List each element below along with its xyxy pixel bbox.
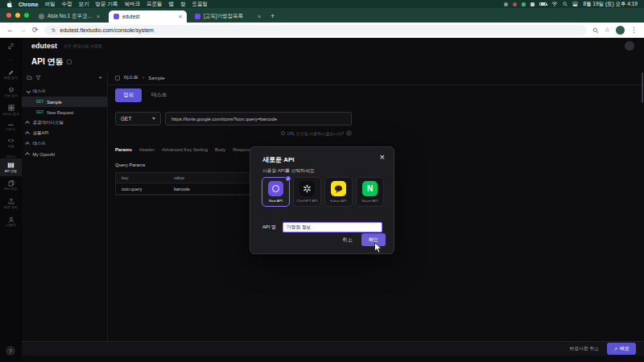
browser-tab-2-active[interactable]: edutest × (109, 10, 187, 23)
cell-key[interactable]: icon.query (116, 187, 168, 191)
deploy-button[interactable]: ↗ 배포 (607, 343, 636, 355)
person-icon (7, 216, 14, 223)
macos-menubar: Chrome 파일 수정 보기 방문 기록 북마크 프로필 탭 창 도움말 8월… (0, 0, 644, 8)
tree-request-sample-selected[interactable]: GET Sample (22, 97, 107, 107)
url-omnibox[interactable]: edutest.flextudio.com/console/system (44, 25, 587, 35)
tab-close-icon[interactable]: × (258, 14, 261, 19)
browser-tabstrip: Asia No.1 로우코드 개발 플랫폼 : × edutest × [교육]… (0, 8, 644, 23)
menubar-item-file[interactable]: 파일 (45, 1, 56, 8)
menubar-item-bookmarks[interactable]: 북마크 (124, 1, 140, 8)
add-api-button[interactable]: + (98, 74, 102, 81)
tab-close-icon[interactable]: × (97, 14, 100, 19)
define-tab-button[interactable]: 정의 (115, 88, 142, 102)
tab-close-icon[interactable]: × (179, 14, 182, 19)
menubar-item-help[interactable]: 도움말 (192, 1, 208, 8)
tab-advanced-key-setting[interactable]: Advanced Key Setting (162, 147, 208, 152)
chevron-up-icon (26, 132, 30, 136)
page-title-info-icon[interactable] (67, 60, 72, 64)
back-button[interactable]: ← (6, 27, 14, 34)
encode-checkbox[interactable] (281, 131, 285, 135)
app-logo[interactable] (0, 38, 22, 53)
method-select[interactable]: GET (115, 112, 161, 125)
site-settings-icon[interactable] (51, 27, 56, 33)
scrollbar-thumb[interactable] (642, 72, 643, 103)
record-dot-icon[interactable] (513, 2, 517, 6)
browser-menu-icon[interactable]: ⋮ (630, 27, 638, 34)
window-zoom-button[interactable] (24, 13, 29, 18)
breadcrumb-root[interactable]: 테스트 (124, 74, 138, 81)
left-rail: ⋯ 화면 정의 기능 정의 데이터 정의 ••• 더보기 <> 개발 (0, 38, 22, 362)
browser-profile-avatar[interactable] (616, 26, 625, 35)
control-center-icon[interactable] (572, 2, 578, 6)
request-url-input[interactable] (165, 112, 352, 125)
rail-item-user[interactable]: 사용자 (0, 212, 22, 230)
menubar-item-tab[interactable]: 탭 (168, 1, 174, 8)
tree-group-public-data[interactable]: 공공데이터포털 (22, 117, 107, 128)
request-tabs: Params Header Advanced Key Setting Body … (115, 147, 254, 152)
wifi-icon[interactable] (551, 2, 558, 6)
spotlight-search-icon[interactable] (563, 2, 568, 6)
discard-changes-link[interactable]: 변경사항 취소 (570, 345, 599, 352)
tree-request-new-request[interactable]: GET New Request (22, 107, 107, 117)
window-close-button[interactable] (6, 13, 11, 18)
view-switch: 정의 테스트 (115, 88, 167, 102)
window-status-icon[interactable] (530, 2, 535, 6)
reload-button[interactable]: ⟳ (32, 27, 39, 34)
breadcrumb-current: Sample (148, 76, 164, 80)
rail-item-logic[interactable]: 기능 정의 (0, 83, 22, 101)
option-new-api[interactable]: ✓ New API (262, 177, 290, 207)
rail-item-release[interactable]: 배포 관리 (0, 195, 22, 212)
option-naver-api[interactable]: N Naver API (356, 177, 384, 207)
search-icon[interactable] (592, 27, 599, 34)
rail-item-dev[interactable]: <> 개발 (0, 135, 22, 151)
browser-tab-1[interactable]: Asia No.1 로우코드 개발 플랫폼 : × (34, 10, 105, 23)
new-tab-button[interactable]: + (270, 12, 275, 20)
tree-group-sample-api[interactable]: 샘플API (22, 128, 107, 138)
option-chatgpt-api[interactable]: ChatGPT API (293, 177, 321, 207)
forward-button[interactable]: → (19, 27, 27, 34)
tree-group-my-openai[interactable]: My OpenAI (22, 149, 107, 159)
tab-params[interactable]: Params (115, 147, 132, 152)
window-minimize-button[interactable] (15, 13, 20, 18)
battery-icon[interactable] (539, 2, 547, 6)
bookmark-star-icon[interactable]: ☆ (605, 27, 610, 34)
rail-item-data-def[interactable]: 데이터 정의 (0, 101, 22, 119)
tree-group-test[interactable]: 테스트 (22, 86, 107, 97)
menubar-item-profiles[interactable]: 프로필 (147, 1, 163, 8)
rail-item-flexsql[interactable]: Flex SQL (0, 176, 22, 194)
menubar-item-view[interactable]: 보기 (79, 1, 89, 8)
api-name-label: API 명 (262, 224, 276, 231)
chatgpt-logo-icon (299, 181, 315, 196)
filter-icon[interactable] (35, 75, 41, 80)
rail-item-more[interactable]: ••• 더보기 (0, 119, 22, 134)
tab-header[interactable]: Header (139, 147, 155, 152)
apple-logo-icon[interactable] (6, 1, 12, 7)
status-dot-icon[interactable] (504, 2, 508, 6)
modal-subtitle: 사용할 API를 선택하세요. (262, 167, 316, 175)
app-brand[interactable]: edutest (31, 42, 57, 50)
info-circle-icon[interactable] (346, 130, 352, 136)
api-icon (115, 76, 120, 80)
rail-item-screen[interactable]: 화면 정의 (0, 65, 22, 83)
browser-tab-3[interactable]: [교육]가맹점목록 × (190, 10, 266, 23)
rail-ellipsis[interactable]: ⋯ (0, 53, 22, 65)
tab-body[interactable]: Body (215, 147, 225, 152)
menubar-item-history[interactable]: 방문 기록 (96, 1, 118, 8)
breadcrumb-separator: › (142, 75, 144, 80)
cancel-button[interactable]: 취소 (342, 237, 352, 244)
test-tab-button[interactable]: 테스트 (151, 92, 167, 99)
app-status-icon[interactable] (522, 2, 526, 6)
user-avatar[interactable] (625, 41, 634, 51)
menubar-app-name[interactable]: Chrome (19, 2, 39, 7)
footer-bar: 변경사항 취소 ↗ 배포 (22, 341, 644, 356)
modal-close-icon[interactable]: × (380, 153, 385, 162)
menubar-item-window[interactable]: 창 (180, 1, 186, 8)
option-kakao-api[interactable]: Kakao API (324, 177, 353, 207)
api-name-input[interactable] (283, 222, 382, 232)
menubar-item-edit[interactable]: 수정 (62, 1, 72, 8)
folder-icon[interactable] (27, 75, 32, 80)
help-button[interactable]: ? (6, 346, 15, 356)
tree-group-test-2[interactable]: 테스트 (22, 138, 107, 149)
rail-item-api-active[interactable]: API 연동 (0, 158, 22, 176)
menubar-clock[interactable]: 8월 19일 (토) 오후 4:19 (583, 1, 638, 8)
